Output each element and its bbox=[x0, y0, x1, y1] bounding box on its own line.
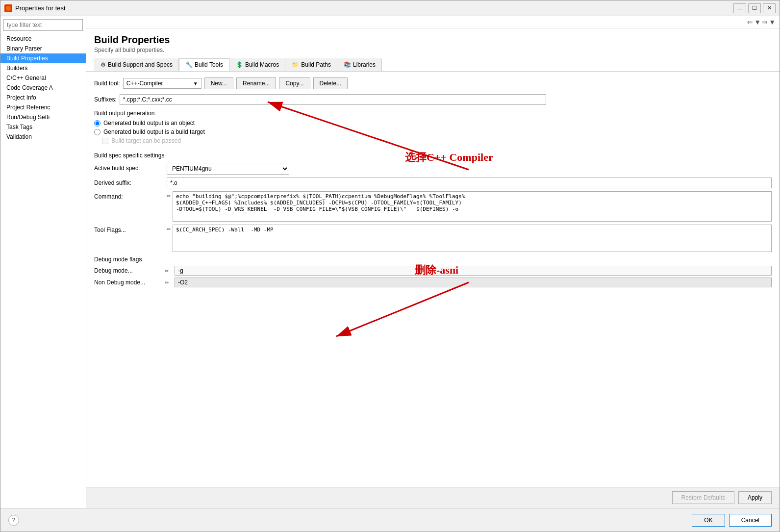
active-spec-dropdown[interactable]: PENTIUM4gnu bbox=[167, 163, 289, 175]
build-paths-icon: 📁 bbox=[292, 61, 299, 68]
sidebar-item-project-ref[interactable]: Project Referenc bbox=[0, 102, 86, 112]
radio-object[interactable] bbox=[94, 120, 101, 127]
libraries-icon: 📚 bbox=[344, 61, 351, 68]
nav-forward-button[interactable]: ⇒ bbox=[762, 18, 768, 26]
non-debug-mode-label: Non Debug mode... bbox=[94, 279, 163, 286]
debug-section: Debug mode flags Debug mode... ✏ Non Deb… bbox=[94, 256, 772, 287]
sidebar-item-project-info[interactable]: Project Info bbox=[0, 93, 86, 102]
sidebar-item-validation[interactable]: Validation bbox=[0, 132, 86, 142]
restore-defaults-button[interactable]: Restore Defaults bbox=[672, 491, 734, 504]
tab-build-tools-label: Build Tools bbox=[195, 61, 223, 68]
copy-button[interactable]: Copy... bbox=[279, 77, 310, 89]
maximize-button[interactable]: ☐ bbox=[748, 3, 761, 13]
tool-flags-label: Tool Flags... bbox=[94, 225, 163, 233]
tab-libraries-label: Libraries bbox=[353, 61, 376, 68]
nav-back-button[interactable]: ⇐ bbox=[747, 18, 753, 26]
radio-target[interactable] bbox=[94, 129, 101, 135]
minimize-button[interactable]: — bbox=[733, 3, 746, 13]
tool-flags-edit-icon: ✏ bbox=[167, 227, 171, 232]
tab-build-support-label: Build Support and Specs bbox=[108, 61, 173, 68]
sidebar-item-task-tags[interactable]: Task Tags bbox=[0, 122, 86, 132]
derived-suffix-input[interactable] bbox=[167, 177, 772, 188]
non-debug-mode-input[interactable] bbox=[175, 278, 772, 287]
window-title: Properties for test bbox=[15, 4, 733, 12]
checkbox-row: Build target can be passed bbox=[102, 137, 772, 144]
build-support-icon: ⚙ bbox=[101, 61, 106, 68]
nav-arrows: ⇐ ▼ ⇒ ▼ bbox=[86, 16, 780, 28]
sidebar-list: Resource Binary Parser Build Properties … bbox=[0, 34, 86, 142]
build-target-label: Build target can be passed bbox=[111, 137, 181, 144]
sidebar-item-code-coverage[interactable]: Code Coverage A bbox=[0, 83, 86, 93]
build-tool-dropdown[interactable]: C++-Compiler ▼ bbox=[123, 78, 201, 89]
tab-build-paths-label: Build Paths bbox=[301, 61, 331, 68]
tab-build-support[interactable]: ⚙ Build Support and Specs bbox=[94, 58, 179, 71]
bottom-bar: Restore Defaults Apply bbox=[86, 487, 780, 508]
command-label: Command: bbox=[94, 191, 163, 200]
main-content: Resource Binary Parser Build Properties … bbox=[0, 16, 780, 508]
build-tool-row: Build tool: C++-Compiler ▼ New... Rename… bbox=[94, 77, 772, 89]
filter-input[interactable] bbox=[3, 19, 83, 31]
build-macros-icon: 💲 bbox=[236, 61, 243, 68]
close-button[interactable]: ✕ bbox=[763, 3, 776, 13]
debug-mode-label: Debug mode... bbox=[94, 267, 163, 274]
window: Properties for test — ☐ ✕ Resource Binar… bbox=[0, 0, 780, 532]
tab-build-macros-label: Build Macros bbox=[245, 61, 279, 68]
spec-form: Active build spec: PENTIUM4gnu Derived s… bbox=[94, 163, 772, 252]
suffixes-row: Suffixes: bbox=[94, 94, 772, 105]
sidebar-item-resource[interactable]: Resource bbox=[0, 34, 86, 44]
footer-right: OK Cancel bbox=[692, 514, 772, 527]
panel-subtitle: Specify all build properties. bbox=[94, 47, 772, 53]
build-tool-label: Build tool: bbox=[94, 80, 120, 87]
suffixes-input[interactable] bbox=[120, 94, 546, 105]
radio-object-label: Generated build output is an object bbox=[103, 120, 195, 127]
new-button[interactable]: New... bbox=[204, 77, 233, 89]
build-output-section: Build output generation Generated build … bbox=[94, 110, 772, 144]
build-tools-icon: 🔧 bbox=[185, 61, 193, 68]
nav-dropdown-button[interactable]: ▼ bbox=[754, 18, 761, 26]
rename-button[interactable]: Rename... bbox=[236, 77, 276, 89]
suffixes-label: Suffixes: bbox=[94, 96, 117, 103]
sidebar-item-binary-parser[interactable]: Binary Parser bbox=[0, 44, 86, 53]
nav-forward-dropdown-button[interactable]: ▼ bbox=[769, 18, 776, 26]
derived-suffix-label: Derived suffix: bbox=[94, 177, 163, 186]
command-textarea[interactable]: echo "building $@";%cppcompilerprefix% $… bbox=[173, 191, 772, 222]
footer-left: ? bbox=[8, 515, 19, 526]
tab-build-macros[interactable]: 💲 Build Macros bbox=[229, 58, 285, 71]
sidebar: Resource Binary Parser Build Properties … bbox=[0, 16, 86, 508]
panel-header: Build Properties Specify all build prope… bbox=[86, 28, 780, 55]
debug-mode-input[interactable] bbox=[175, 266, 772, 276]
radio-row-object: Generated build output is an object bbox=[94, 120, 772, 127]
command-edit-icon: ✏ bbox=[167, 193, 171, 199]
apply-button[interactable]: Apply bbox=[738, 491, 772, 504]
sidebar-item-builders[interactable]: Builders bbox=[0, 63, 86, 73]
app-icon bbox=[4, 4, 12, 12]
sidebar-item-build-properties[interactable]: Build Properties bbox=[0, 53, 86, 63]
sidebar-item-cpp-general[interactable]: C/C++ General bbox=[0, 73, 86, 83]
tab-libraries[interactable]: 📚 Libraries bbox=[337, 58, 382, 71]
title-bar: Properties for test — ☐ ✕ bbox=[0, 0, 780, 16]
svg-point-0 bbox=[6, 6, 11, 11]
build-output-title: Build output generation bbox=[94, 110, 772, 117]
non-debug-edit-icon: ✏ bbox=[165, 280, 173, 285]
build-tool-value: C++-Compiler bbox=[126, 80, 163, 87]
panel-title: Build Properties bbox=[94, 34, 772, 46]
delete-button[interactable]: Delete... bbox=[313, 77, 348, 89]
debug-grid: Debug mode... ✏ Non Debug mode... ✏ bbox=[94, 266, 772, 287]
tab-build-paths[interactable]: 📁 Build Paths bbox=[285, 58, 337, 71]
help-button[interactable]: ? bbox=[8, 515, 19, 526]
panel-body: Build tool: C++-Compiler ▼ New... Rename… bbox=[86, 72, 780, 293]
radio-row-target: Generated build output is a build target bbox=[94, 128, 772, 135]
ok-button[interactable]: OK bbox=[692, 514, 725, 527]
debug-edit-icon: ✏ bbox=[165, 268, 173, 274]
window-controls: — ☐ ✕ bbox=[733, 3, 776, 13]
dropdown-arrow-icon: ▼ bbox=[193, 81, 198, 86]
tool-flags-textarea[interactable]: $(CC_ARCH_SPEC) -Wall -MD -MP bbox=[173, 225, 772, 252]
right-panel: ⇐ ▼ ⇒ ▼ Build Properties Specify all bui… bbox=[86, 16, 780, 508]
build-target-checkbox[interactable] bbox=[102, 138, 108, 144]
sidebar-item-run-debug[interactable]: Run/Debug Setti bbox=[0, 112, 86, 122]
build-spec-section: Build spec specific settings Active buil… bbox=[94, 152, 772, 287]
radio-group: Generated build output is an object Gene… bbox=[94, 120, 772, 144]
cancel-button[interactable]: Cancel bbox=[729, 514, 772, 527]
build-spec-title: Build spec specific settings bbox=[94, 152, 772, 159]
tab-build-tools[interactable]: 🔧 Build Tools bbox=[179, 58, 229, 71]
